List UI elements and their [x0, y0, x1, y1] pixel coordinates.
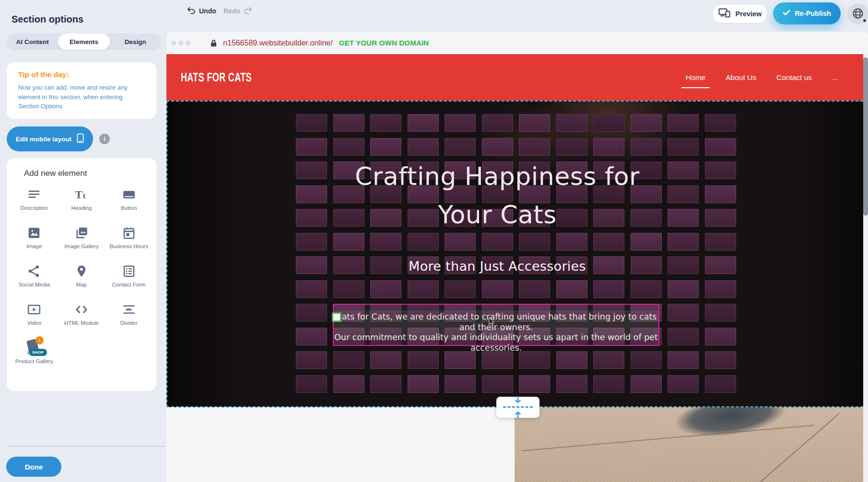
hero-tile — [556, 233, 587, 251]
hero-tile — [519, 351, 550, 369]
section-resize-handle[interactable] — [496, 397, 540, 418]
hero-tile — [445, 351, 476, 369]
contact-form-icon — [122, 263, 136, 280]
hero-tile — [333, 138, 364, 156]
redo-button[interactable]: Redo — [221, 6, 256, 16]
info-icon[interactable]: i — [99, 134, 110, 144]
hero-tile — [519, 114, 550, 132]
hero-tile — [668, 138, 699, 156]
element-item-label: Heading — [71, 205, 92, 211]
hero-tile — [556, 138, 587, 156]
hero-tile — [333, 233, 364, 251]
hero-tile — [296, 114, 327, 132]
hero-tile — [296, 328, 327, 345]
hero-tile — [631, 114, 662, 132]
republish-button[interactable]: Re-Publish — [773, 2, 841, 24]
element-item-social-media[interactable]: Social Media — [11, 263, 58, 294]
globe-icon — [852, 7, 864, 21]
svg-text:T: T — [75, 188, 82, 201]
svg-text:t: t — [82, 191, 85, 200]
devices-icon — [718, 8, 731, 20]
hero-paragraph[interactable]: Hats for Cats, we are dedicated to craft… — [334, 312, 658, 353]
element-item-product-gallery[interactable]: ↑SHOPProduct Gallery — [11, 339, 58, 371]
element-item-business-hours[interactable]: Business Hours — [105, 224, 152, 256]
hero-tile — [408, 233, 439, 251]
hero-tile — [593, 375, 624, 393]
element-item-label: Social Media — [18, 281, 50, 288]
browser-traffic-dots — [171, 41, 190, 46]
hero-subheading[interactable]: More than Just Accessories — [166, 259, 828, 274]
hero-heading[interactable]: Crafting Happiness forYour Cats — [166, 157, 828, 234]
hero-tile — [370, 375, 401, 393]
language-globe-button[interactable] — [847, 3, 868, 24]
tab-design[interactable]: Design — [110, 34, 161, 50]
hero-tile — [296, 280, 327, 298]
hero-tile — [705, 280, 736, 298]
browser-dot — [178, 41, 183, 46]
tab-elements[interactable]: Elements — [58, 34, 109, 50]
hero-tile — [668, 280, 699, 298]
hero-tile — [668, 375, 699, 393]
image-icon — [27, 224, 41, 241]
element-item-label: Map — [76, 281, 87, 288]
hero-tile — [556, 114, 587, 132]
get-your-own-domain-link[interactable]: GET YOUR OWN DOMAIN — [339, 39, 429, 47]
hero-tile — [705, 233, 736, 251]
hero-tile — [408, 114, 439, 132]
undo-button[interactable]: Undo — [184, 6, 219, 16]
panel-divider — [6, 446, 164, 447]
hero-tile — [445, 114, 476, 132]
hero-tile — [631, 233, 662, 251]
hero-tile — [296, 304, 327, 321]
hero-tile — [668, 351, 699, 369]
hero-tile — [333, 351, 364, 369]
website-preview-frame: n1566589.websitebuilder.online/ GET YOUR… — [166, 32, 868, 482]
hero-tile — [631, 138, 662, 156]
element-item-button[interactable]: Button — [105, 186, 152, 218]
hero-tile — [296, 233, 327, 251]
element-item-map[interactable]: Map — [58, 263, 106, 294]
preview-button[interactable]: Preview — [712, 4, 768, 23]
site-url[interactable]: n1566589.websitebuilder.online/ — [223, 39, 333, 47]
element-item-heading[interactable]: TtHeading — [58, 186, 106, 218]
hero-tile — [593, 114, 624, 132]
nav-item-about-us[interactable]: About Us — [726, 73, 756, 82]
hero-tile — [556, 280, 587, 298]
hero-tile — [445, 233, 476, 251]
image-gallery-icon — [74, 224, 89, 241]
tab-ai-content[interactable]: AI Content — [7, 34, 58, 50]
add-new-element-title: Add new element — [24, 169, 156, 178]
edit-mobile-layout-button[interactable]: Edit mobile layout — [7, 126, 93, 151]
hero-tile — [556, 351, 587, 369]
site-header: HATS FOR CATS HomeAbout UsContact us... — [166, 54, 868, 101]
element-item-description[interactable]: Description — [11, 186, 58, 218]
phone-icon — [77, 133, 84, 145]
hero-tile — [370, 114, 401, 132]
selected-paragraph-box[interactable]: Hats for Cats, we are dedicated to craft… — [333, 304, 659, 346]
element-item-image[interactable]: Image — [11, 224, 58, 256]
element-item-image-gallery[interactable]: Image Gallery — [58, 224, 106, 256]
nav-item-more[interactable]: ... — [832, 73, 838, 82]
done-button[interactable]: Done — [6, 457, 61, 477]
hero-tile — [408, 351, 439, 369]
site-logo[interactable]: HATS FOR CATS — [181, 70, 252, 84]
scrollbar-thumb[interactable] — [863, 57, 868, 216]
nav-item-contact-us[interactable]: Contact us — [776, 73, 812, 82]
hero-tile — [370, 138, 401, 156]
tip-title: Tip of the day: — [18, 70, 145, 79]
globe-notification-dot — [863, 19, 866, 22]
hero-section[interactable]: Crafting Happiness forYour Cats More tha… — [166, 101, 868, 407]
video-icon — [27, 301, 41, 318]
element-item-contact-form[interactable]: Contact Form — [105, 263, 152, 294]
element-item-divider[interactable]: Divider — [105, 301, 152, 333]
element-item-label: Business Hours — [109, 243, 148, 250]
business-hours-icon — [122, 224, 136, 241]
nav-item-home[interactable]: Home — [686, 73, 705, 82]
selection-drag-handle[interactable] — [332, 312, 341, 322]
tip-of-the-day-card: Tip of the day: Now you can add, move an… — [7, 62, 156, 119]
element-item-video[interactable]: Video — [11, 301, 58, 333]
hero-tile — [296, 375, 327, 393]
element-item-html-module[interactable]: HTML Module — [58, 301, 106, 333]
preview-label: Preview — [736, 10, 762, 18]
hero-paragraph-line: Hats for Cats, we are dedicated to craft… — [334, 312, 658, 333]
